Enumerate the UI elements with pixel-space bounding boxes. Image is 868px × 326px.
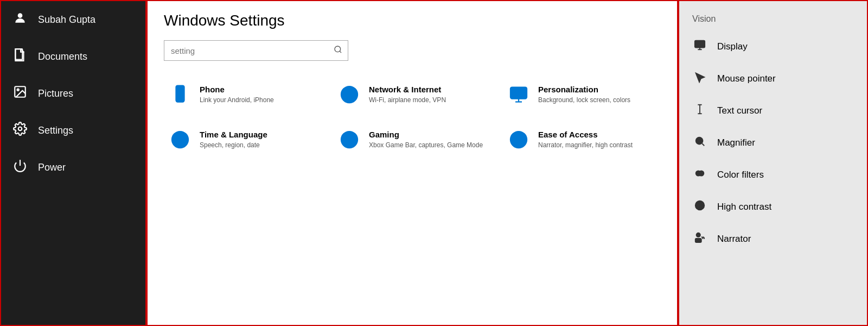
svg-point-0 bbox=[18, 13, 23, 18]
vision-item-textcursor-label: Text cursor bbox=[717, 105, 762, 116]
phone-subtitle: Link your Android, iPhone bbox=[200, 96, 274, 105]
vision-item-magnifier-label: Magnifier bbox=[717, 137, 755, 148]
settings-title: Windows Settings bbox=[164, 12, 661, 29]
svg-point-4 bbox=[18, 127, 22, 131]
svg-rect-18 bbox=[695, 41, 705, 48]
vision-item-textcursor[interactable]: Text cursor bbox=[679, 95, 867, 127]
settings-item-phone[interactable]: Phone Link your Android, iPhone bbox=[164, 77, 322, 117]
menu-item-settings[interactable]: Settings bbox=[1, 112, 145, 149]
svg-point-3 bbox=[17, 89, 19, 91]
color-filters-icon bbox=[692, 167, 707, 182]
settings-item-gaming[interactable]: Gaming Xbox Game Bar, captures, Game Mod… bbox=[333, 122, 492, 162]
user-icon bbox=[12, 11, 28, 28]
vision-item-colorfilters[interactable]: Color filters bbox=[679, 159, 867, 191]
gaming-title: Gaming bbox=[369, 130, 483, 139]
narrator-icon bbox=[692, 231, 707, 246]
svg-text:A: A bbox=[174, 137, 177, 144]
vision-title: Vision bbox=[679, 10, 867, 30]
svg-rect-1 bbox=[15, 49, 22, 60]
settings-item-personalization[interactable]: Personalization Background, lock screen,… bbox=[502, 77, 661, 117]
menu-item-user-label: Subah Gupta bbox=[38, 14, 95, 26]
start-menu: Subah Gupta Documents Pictures Settings … bbox=[0, 0, 146, 326]
time-subtitle: Speech, region, date bbox=[200, 141, 267, 150]
text-cursor-icon bbox=[692, 103, 707, 118]
search-input[interactable] bbox=[164, 42, 328, 60]
settings-icon bbox=[12, 122, 28, 139]
menu-item-documents[interactable]: Documents bbox=[1, 38, 145, 75]
gaming-icon bbox=[339, 130, 360, 154]
documents-icon bbox=[12, 48, 28, 65]
pictures-icon bbox=[12, 85, 28, 102]
svg-line-25 bbox=[702, 143, 704, 146]
vision-item-display[interactable]: Display bbox=[679, 30, 867, 62]
svg-point-9 bbox=[180, 99, 181, 101]
network-subtitle: Wi-Fi, airplane mode, VPN bbox=[369, 96, 446, 105]
menu-item-documents-label: Documents bbox=[38, 51, 87, 62]
svg-line-7 bbox=[340, 51, 341, 53]
menu-item-power[interactable]: Power bbox=[1, 149, 145, 186]
personalization-title: Personalization bbox=[538, 85, 630, 94]
vision-item-colorfilters-label: Color filters bbox=[717, 170, 764, 180]
network-icon bbox=[339, 85, 360, 109]
svg-point-29 bbox=[699, 171, 704, 175]
vision-item-mousepointer-label: Mouse pointer bbox=[717, 73, 776, 84]
time-title: Time & Language bbox=[200, 130, 267, 139]
personalization-icon bbox=[508, 85, 529, 109]
phone-title: Phone bbox=[200, 85, 274, 94]
menu-item-settings-label: Settings bbox=[38, 125, 73, 136]
search-button[interactable] bbox=[328, 41, 348, 60]
personalization-subtitle: Background, lock screen, colors bbox=[538, 96, 630, 105]
vision-item-highcontrast[interactable]: High contrast bbox=[679, 191, 867, 223]
power-icon bbox=[12, 159, 28, 176]
search-box bbox=[164, 40, 348, 61]
menu-item-user[interactable]: Subah Gupta bbox=[1, 1, 145, 38]
settings-item-network[interactable]: Network & Internet Wi-Fi, airplane mode,… bbox=[333, 77, 492, 117]
menu-item-power-label: Power bbox=[38, 162, 66, 173]
vision-item-mousepointer[interactable]: Mouse pointer bbox=[679, 62, 867, 95]
time-icon: AA bbox=[169, 130, 191, 154]
svg-point-32 bbox=[697, 233, 700, 237]
settings-panel: Windows Settings Phone Link your Android… bbox=[146, 0, 678, 326]
network-title: Network & Internet bbox=[369, 85, 446, 94]
display-icon bbox=[692, 39, 707, 54]
svg-rect-33 bbox=[695, 239, 701, 242]
settings-item-time[interactable]: AA Time & Language Speech, region, date bbox=[164, 122, 322, 162]
high-contrast-icon bbox=[692, 199, 707, 214]
magnifier-icon bbox=[692, 135, 707, 150]
vision-item-narrator[interactable]: Narrator bbox=[679, 223, 867, 255]
vision-panel: Vision Display Mouse pointer Text cursor… bbox=[678, 0, 868, 326]
svg-text:A: A bbox=[180, 137, 184, 144]
vision-item-display-label: Display bbox=[717, 41, 748, 52]
menu-item-pictures[interactable]: Pictures bbox=[1, 75, 145, 112]
ease-subtitle: Narrator, magnifier, high contrast bbox=[538, 141, 633, 150]
gaming-subtitle: Xbox Game Bar, captures, Game Mode bbox=[369, 141, 483, 150]
svg-point-6 bbox=[335, 46, 341, 52]
mouse-pointer-icon bbox=[692, 71, 707, 86]
ease-title: Ease of Access bbox=[538, 130, 633, 139]
menu-item-pictures-label: Pictures bbox=[38, 88, 73, 99]
vision-item-narrator-label: Narrator bbox=[717, 234, 751, 244]
ease-icon bbox=[508, 130, 529, 154]
vision-item-highcontrast-label: High contrast bbox=[717, 202, 771, 212]
settings-grid: Phone Link your Android, iPhone Network … bbox=[164, 77, 661, 162]
phone-icon bbox=[169, 85, 191, 109]
settings-item-ease[interactable]: Ease of Access Narrator, magnifier, high… bbox=[502, 122, 661, 162]
vision-item-magnifier[interactable]: Magnifier bbox=[679, 127, 867, 159]
